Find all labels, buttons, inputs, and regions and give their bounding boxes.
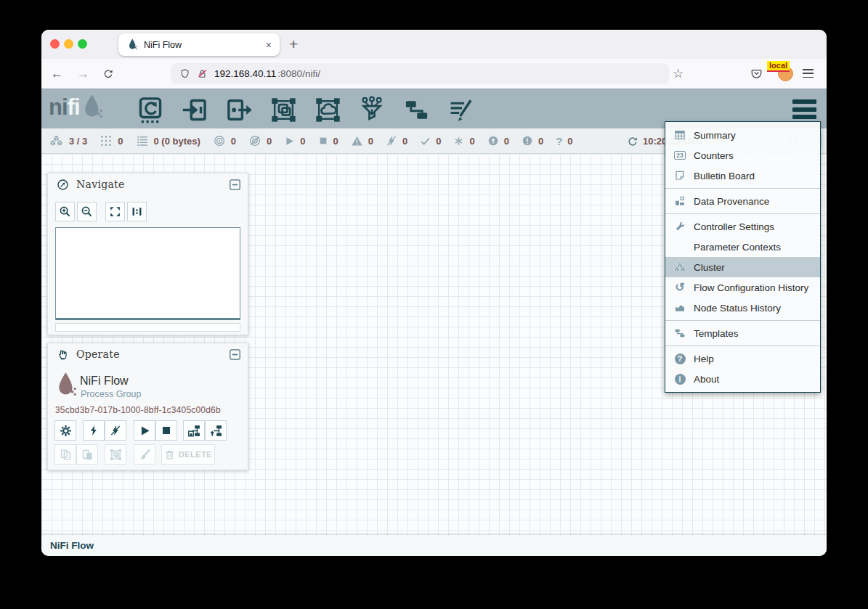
stat-stopped: 0: [318, 136, 338, 147]
process-group-drop-icon: [56, 372, 76, 401]
operate-buttons-row-1: [54, 420, 227, 441]
menu-item-flow-configuration-history[interactable]: ↺Flow Configuration History: [665, 277, 820, 298]
stat-invalid: 0: [351, 135, 373, 147]
change-color-button[interactable]: [134, 444, 155, 465]
reload-button[interactable]: [102, 59, 114, 89]
menu-separator: [665, 320, 820, 321]
tab-title: NiFi Flow: [144, 40, 182, 50]
bookmark-star-icon[interactable]: ☆: [673, 59, 684, 89]
breadcrumb[interactable]: NiFi Flow: [41, 535, 827, 556]
zoom-fit-button[interactable]: [105, 202, 125, 221]
zoom-in-button[interactable]: [55, 202, 75, 221]
upload-template-button[interactable]: [205, 420, 227, 441]
selected-flow-type: Process Group: [81, 389, 141, 399]
stat-stale: 0: [487, 135, 509, 147]
birdseye-minimap[interactable]: [55, 227, 240, 320]
shield-icon[interactable]: [179, 68, 190, 79]
processor-component-icon[interactable]: [136, 95, 165, 124]
firefox-menu-icon[interactable]: [803, 69, 814, 78]
copy-button[interactable]: [54, 444, 76, 465]
navigate-panel: Navigate: [47, 173, 248, 335]
url-bar[interactable]: 192.168.40.11:8080/nifi/: [171, 63, 669, 84]
menu-item-counters[interactable]: 23Counters: [665, 145, 820, 165]
pocket-icon[interactable]: [750, 68, 763, 80]
operate-panel: Operate NiFi Flow Process Group 35cbd3b7…: [47, 343, 248, 470]
remote-process-group-component-icon[interactable]: [313, 95, 342, 124]
locally-modified-icon: [453, 136, 464, 147]
zoom-actual-size-button[interactable]: [127, 202, 147, 221]
configure-button[interactable]: [54, 420, 76, 441]
transmitting-icon: [213, 134, 226, 147]
menu-item-cluster[interactable]: Cluster: [665, 257, 820, 277]
menu-item-parameter-contexts[interactable]: Parameter Contexts: [665, 237, 820, 257]
stopped-icon: [318, 136, 328, 146]
funnel-component-icon[interactable]: [357, 95, 386, 124]
stat-transmitting: 0: [213, 134, 236, 147]
nifi-favicon-drop-icon: [128, 38, 137, 51]
menu-item-about[interactable]: iAbout: [665, 369, 820, 389]
zoom-out-button[interactable]: [77, 202, 97, 221]
disabled-icon: [386, 135, 397, 147]
menu-separator: [665, 213, 820, 214]
template-icon: [673, 327, 687, 339]
global-menu: Summary 23Counters Bulletin Board Data P…: [665, 121, 821, 393]
tab-bar: NiFi Flow × +: [41, 30, 827, 59]
operate-header: Operate: [48, 343, 248, 365]
browser-tab[interactable]: NiFi Flow ×: [118, 33, 280, 56]
forward-button[interactable]: →: [77, 59, 89, 89]
stat-locally-modified-and-stale: 0: [522, 135, 543, 147]
back-button[interactable]: ←: [51, 59, 63, 89]
global-menu-button[interactable]: [792, 99, 816, 119]
insecure-lock-icon[interactable]: [197, 68, 208, 79]
refresh-icon[interactable]: [627, 136, 638, 147]
traffic-close-button[interactable]: [50, 39, 60, 49]
provenance-icon: [673, 195, 687, 207]
template-component-icon[interactable]: [402, 95, 431, 124]
menu-item-bulletin-board[interactable]: Bulletin Board: [665, 165, 820, 186]
stop-button[interactable]: [155, 420, 177, 441]
menu-item-summary[interactable]: Summary: [665, 125, 820, 145]
logo-text-fi: fi: [68, 94, 80, 120]
enable-button[interactable]: [83, 420, 105, 441]
new-tab-button[interactable]: +: [289, 32, 298, 57]
tab-close-icon[interactable]: ×: [266, 39, 272, 51]
minimap-scrollbar[interactable]: [55, 323, 240, 332]
breadcrumb-root-label[interactable]: NiFi Flow: [50, 540, 94, 551]
stat-not-transmitting: 0: [248, 134, 272, 147]
navigate-title: Navigate: [76, 179, 125, 190]
navigate-collapse-button[interactable]: [229, 179, 241, 191]
menu-separator: [665, 346, 820, 346]
start-button[interactable]: [134, 420, 155, 441]
process-group-component-icon[interactable]: [269, 95, 298, 124]
delete-button[interactable]: DELETE: [161, 444, 215, 465]
menu-item-controller-settings[interactable]: Controller Settings: [665, 216, 820, 237]
stat-running: 0: [284, 136, 305, 147]
url-path: :8080/nifi/: [277, 68, 320, 79]
menu-separator: [665, 188, 820, 189]
disable-button[interactable]: [105, 420, 126, 441]
traffic-zoom-button[interactable]: [78, 39, 87, 49]
menu-item-data-provenance[interactable]: Data Provenance: [665, 191, 820, 211]
container-label: local: [767, 61, 790, 72]
stat-active-threads: 0: [100, 134, 123, 147]
menu-item-templates[interactable]: Templates: [665, 323, 820, 343]
label-component-icon[interactable]: [446, 95, 475, 124]
input-port-component-icon[interactable]: [180, 95, 209, 124]
create-template-button[interactable]: [183, 420, 205, 441]
output-port-component-icon[interactable]: [224, 95, 253, 124]
stat-queued: 0 (0 bytes): [136, 134, 200, 147]
stat-locally-modified: 0: [453, 136, 474, 147]
threads-icon: [100, 134, 113, 147]
selected-flow-name: NiFi Flow: [80, 375, 129, 388]
paste-button[interactable]: [76, 444, 98, 465]
stat-sync-failure: ?0: [556, 135, 572, 147]
menu-item-node-status-history[interactable]: Node Status History: [665, 298, 820, 318]
group-button[interactable]: [105, 444, 126, 465]
menu-item-help[interactable]: ?Help: [665, 348, 820, 369]
wrench-icon: [673, 221, 687, 232]
queued-icon: [136, 134, 149, 147]
operate-collapse-button[interactable]: [229, 348, 241, 361]
cluster-cubes-icon: [673, 262, 687, 273]
traffic-minimize-button[interactable]: [64, 39, 73, 49]
locally-modified-stale-icon: [522, 135, 533, 147]
